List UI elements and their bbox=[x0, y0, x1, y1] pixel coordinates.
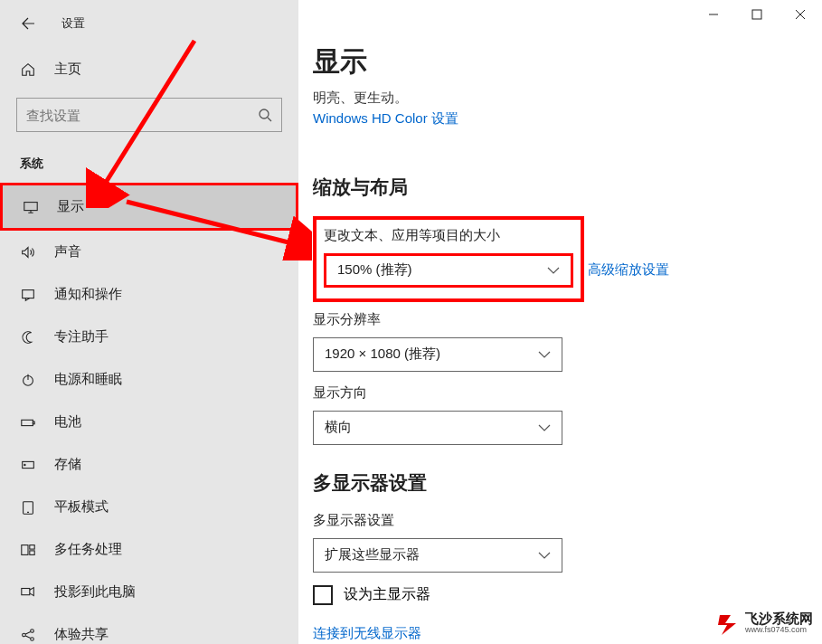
multitask-icon bbox=[20, 542, 36, 558]
arrow-left-icon bbox=[20, 16, 36, 31]
sidebar-item-multitask[interactable]: 多任务处理 bbox=[0, 528, 298, 571]
main-display-checkbox-row[interactable]: 设为主显示器 bbox=[313, 585, 808, 605]
svg-rect-4 bbox=[22, 420, 33, 425]
notification-icon bbox=[20, 287, 36, 303]
sidebar-item-tablet[interactable]: 平板模式 bbox=[0, 486, 298, 528]
storage-icon bbox=[20, 457, 36, 473]
svg-rect-10 bbox=[30, 545, 34, 549]
resolution-label: 显示分辨率 bbox=[313, 311, 808, 328]
chevron-down-icon bbox=[538, 351, 551, 358]
back-button[interactable]: 设置 bbox=[0, 14, 298, 44]
svg-rect-11 bbox=[30, 550, 34, 554]
power-icon bbox=[20, 372, 36, 388]
resolution-value: 1920 × 1080 (推荐) bbox=[325, 346, 440, 363]
scale-highlight-box: 更改文本、应用等项目的大小 150% (推荐) bbox=[313, 216, 584, 302]
sidebar-item-sound[interactable]: 声音 bbox=[0, 231, 298, 273]
orientation-label: 显示方向 bbox=[313, 384, 808, 402]
home-icon bbox=[20, 62, 36, 78]
multi-value: 扩展这些显示器 bbox=[325, 546, 420, 564]
sidebar-item-label: 电池 bbox=[54, 413, 81, 431]
sidebar-item-label: 电源和睡眠 bbox=[54, 371, 122, 388]
advanced-scale-link[interactable]: 高级缩放设置 bbox=[588, 261, 669, 279]
page-title: 显示 bbox=[313, 43, 808, 80]
orientation-value: 横向 bbox=[325, 419, 352, 436]
search-input[interactable] bbox=[26, 108, 258, 123]
sidebar-item-power[interactable]: 电源和睡眠 bbox=[0, 358, 298, 401]
sidebar-item-share[interactable]: 体验共享 bbox=[0, 613, 298, 644]
sidebar-item-label: 声音 bbox=[54, 243, 81, 260]
window-title: 设置 bbox=[61, 15, 85, 32]
hdr-settings-link[interactable]: Windows HD Color 设置 bbox=[313, 110, 458, 128]
sidebar-item-label: 显示 bbox=[57, 198, 84, 215]
scale-label: 更改文本、应用等项目的大小 bbox=[324, 227, 573, 244]
orientation-dropdown[interactable]: 横向 bbox=[313, 411, 562, 445]
sidebar-item-label: 多任务处理 bbox=[54, 541, 122, 558]
sidebar-item-label: 通知和操作 bbox=[54, 286, 122, 303]
search-box[interactable] bbox=[16, 98, 282, 132]
moon-icon bbox=[20, 329, 36, 346]
home-label: 主页 bbox=[54, 61, 81, 78]
svg-point-0 bbox=[260, 109, 269, 118]
scale-section-title: 缩放与布局 bbox=[313, 175, 808, 200]
svg-rect-9 bbox=[22, 545, 28, 554]
svg-rect-1 bbox=[24, 202, 37, 210]
sidebar-item-battery[interactable]: 电池 bbox=[0, 401, 298, 443]
sidebar-item-project[interactable]: 投影到此电脑 bbox=[0, 571, 298, 613]
tablet-icon bbox=[20, 499, 36, 516]
project-icon bbox=[20, 584, 36, 601]
svg-rect-12 bbox=[22, 588, 30, 594]
svg-rect-5 bbox=[33, 421, 34, 424]
svg-point-7 bbox=[24, 464, 25, 465]
content-area: 显示 明亮、更生动。 Windows HD Color 设置 缩放与布局 更改文… bbox=[298, 0, 822, 644]
chevron-down-icon bbox=[538, 552, 551, 559]
sidebar-item-label: 平板模式 bbox=[54, 498, 109, 516]
multi-section-title: 多显示器设置 bbox=[313, 470, 808, 496]
sidebar-item-storage[interactable]: 存储 bbox=[0, 443, 298, 486]
sidebar-item-notifications[interactable]: 通知和操作 bbox=[0, 273, 298, 316]
sidebar-section-label: 系统 bbox=[0, 132, 298, 183]
scale-dropdown[interactable]: 150% (推荐) bbox=[324, 253, 573, 288]
watermark: 飞沙系统网 www.fs0745.com bbox=[716, 611, 813, 635]
multi-label: 多显示器设置 bbox=[313, 512, 808, 529]
monitor-icon bbox=[23, 199, 39, 215]
chevron-down-icon bbox=[547, 267, 560, 274]
multi-dropdown[interactable]: 扩展这些显示器 bbox=[313, 538, 562, 573]
sidebar-item-label: 存储 bbox=[54, 456, 81, 473]
sidebar-item-label: 专注助手 bbox=[54, 328, 109, 346]
svg-rect-2 bbox=[23, 289, 34, 298]
sidebar-item-label: 投影到此电脑 bbox=[54, 583, 136, 601]
chevron-down-icon bbox=[538, 424, 551, 431]
sidebar-item-display[interactable]: 显示 bbox=[0, 183, 298, 231]
resolution-dropdown[interactable]: 1920 × 1080 (推荐) bbox=[313, 337, 562, 372]
watermark-logo-icon bbox=[716, 611, 740, 635]
speaker-icon bbox=[20, 244, 36, 260]
sidebar: 设置 主页 系统 显示 声音 通知和操作 专注助手 电源和睡眠 电池 存储 平板… bbox=[0, 0, 298, 644]
hdr-description: 明亮、更生动。 bbox=[313, 88, 808, 109]
checkbox-label: 设为主显示器 bbox=[344, 585, 430, 604]
scale-value: 150% (推荐) bbox=[337, 261, 412, 279]
share-icon bbox=[20, 627, 36, 643]
watermark-name: 飞沙系统网 bbox=[745, 611, 813, 627]
sidebar-item-focus[interactable]: 专注助手 bbox=[0, 316, 298, 358]
battery-icon bbox=[20, 414, 36, 431]
home-nav[interactable]: 主页 bbox=[0, 50, 298, 89]
watermark-url: www.fs0745.com bbox=[745, 626, 813, 635]
checkbox-icon[interactable] bbox=[313, 585, 333, 605]
svg-point-13 bbox=[23, 633, 26, 637]
search-icon bbox=[258, 108, 272, 122]
svg-point-15 bbox=[31, 637, 34, 640]
svg-point-14 bbox=[31, 629, 34, 632]
wireless-display-link[interactable]: 连接到无线显示器 bbox=[313, 625, 421, 642]
sidebar-item-label: 体验共享 bbox=[54, 626, 109, 643]
